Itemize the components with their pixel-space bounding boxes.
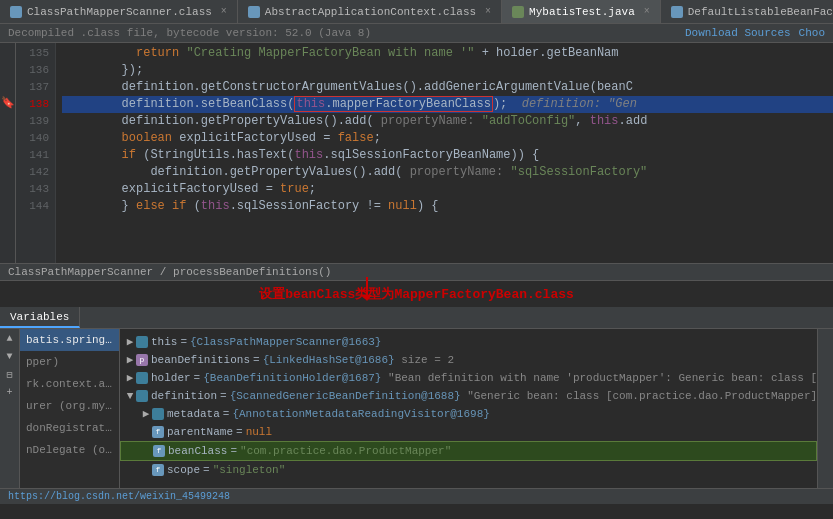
editor-area: 🔖 135 136 137 138 139 140 141 142 143 14… xyxy=(0,43,833,263)
variables-tree[interactable]: ▶ this = {ClassPathMapperScanner@1663} ▶… xyxy=(120,329,817,488)
left-controls: ▲ ▼ ⊟ + xyxy=(0,329,20,488)
code-line-140: boolean explicitFactoryUsed = false; xyxy=(62,130,833,147)
indicator-144 xyxy=(0,196,15,213)
right-toolbar xyxy=(817,329,833,488)
code-line-136: }); xyxy=(62,62,833,79)
download-sources-link[interactable]: Download Sources xyxy=(685,27,791,39)
close-icon[interactable]: × xyxy=(221,6,227,17)
sidebar-item-3[interactable]: urer (org.mybatis xyxy=(20,395,119,417)
sidebar-item-5[interactable]: nDelegate (org. xyxy=(20,439,119,461)
line-num-136: 136 xyxy=(16,62,49,79)
var-row-parentname[interactable]: f parentName = null xyxy=(120,423,817,441)
f-icon: f xyxy=(152,464,164,476)
line-num-141: 141 xyxy=(16,147,49,164)
var-row-this[interactable]: ▶ this = {ClassPathMapperScanner@1663} xyxy=(120,333,817,351)
sidebar-item-4[interactable]: donRegistrationDele xyxy=(20,417,119,439)
line-num-143: 143 xyxy=(16,181,49,198)
indicator-138: 🔖 xyxy=(0,94,15,111)
annotation-text: 设置beanClass类型为MapperFactoryBean.class xyxy=(259,287,574,302)
code-line-137: definition.getConstructorArgumentValues(… xyxy=(62,79,833,96)
expand-definition[interactable]: ▼ xyxy=(124,390,136,402)
close-icon[interactable]: × xyxy=(485,6,491,17)
bottom-panel: Variables ▲ ▼ ⊟ + batis.spring.mapp pper… xyxy=(0,307,833,488)
line-num-138: 138 xyxy=(16,96,49,113)
expand-button[interactable]: + xyxy=(3,387,17,401)
tab-mybatistest[interactable]: MybatisTest.java × xyxy=(502,0,661,23)
indicator-140 xyxy=(0,128,15,145)
expand-beandefs[interactable]: ▶ xyxy=(124,354,136,366)
tab-label: MybatisTest.java xyxy=(529,6,635,18)
spacer-beanclass xyxy=(141,445,153,457)
indicator-137 xyxy=(0,77,15,94)
code-line-144: } else if (this.sqlSessionFactory != nul… xyxy=(62,198,833,215)
var-row-scope[interactable]: f scope = "singleton" xyxy=(120,461,817,479)
class-file-icon xyxy=(671,6,683,18)
code-line-142: definition.getPropertyValues().add( prop… xyxy=(62,164,833,181)
svg-marker-1 xyxy=(362,295,372,301)
indicator-136 xyxy=(0,60,15,77)
code-line-139: definition.getPropertyValues().add( prop… xyxy=(62,113,833,130)
bookmark-icon: 🔖 xyxy=(1,96,15,109)
var-row-beanclass[interactable]: f beanClass = "com.practice.dao.ProductM… xyxy=(120,441,817,461)
tab-classpathscanner[interactable]: ClassPathMapperScanner.class × xyxy=(0,0,238,23)
expand-metadata[interactable]: ▶ xyxy=(140,408,152,420)
breadcrumb-text: ClassPathMapperScanner / processBeanDefi… xyxy=(8,266,331,278)
arrow-icon xyxy=(337,277,397,301)
annotation-area: 设置beanClass类型为MapperFactoryBean.class xyxy=(0,281,833,307)
tab-defaultlistable[interactable]: DefaultListableBeanFactory.class × xyxy=(661,0,833,23)
choose-link[interactable]: Choo xyxy=(799,27,825,39)
variables-tab-label: Variables xyxy=(10,311,69,323)
sidebar-item-0[interactable]: batis.spring.mapp xyxy=(20,329,119,351)
obj-icon xyxy=(136,372,148,384)
tab-label: AbstractApplicationContext.class xyxy=(265,6,476,18)
var-row-definition[interactable]: ▼ definition = {ScannedGenericBeanDefini… xyxy=(120,387,817,405)
sidebar-item-1[interactable]: pper) xyxy=(20,351,119,373)
tab-label: DefaultListableBeanFactory.class xyxy=(688,6,833,18)
expand-this[interactable]: ▶ xyxy=(124,336,136,348)
left-sidebar: batis.spring.mapp pper) rk.context.annot… xyxy=(20,329,120,488)
p-icon: p xyxy=(136,354,148,366)
indicator-143 xyxy=(0,179,15,196)
var-row-metadata[interactable]: ▶ metadata = {AnnotationMetadataReadingV… xyxy=(120,405,817,423)
line-num-137: 137 xyxy=(16,79,49,96)
spacer-parentname xyxy=(140,426,152,438)
code-line-138: definition.setBeanClass(this.mapperFacto… xyxy=(62,96,833,113)
close-icon[interactable]: × xyxy=(644,6,650,17)
line-numbers: 135 136 137 138 139 140 141 142 143 144 xyxy=(16,43,56,263)
url-bar: https://blog.csdn.net/weixin_45499248 xyxy=(0,488,833,504)
info-bar: Decompiled .class file, bytecode version… xyxy=(0,24,833,43)
class-file-icon xyxy=(10,6,22,18)
spacer-scope xyxy=(140,464,152,476)
line-num-135: 135 xyxy=(16,45,49,62)
tab-abstractapp[interactable]: AbstractApplicationContext.class × xyxy=(238,0,502,23)
var-row-beandefs[interactable]: ▶ p beanDefinitions = {LinkedHashSet@168… xyxy=(120,351,817,369)
filter-button[interactable]: ⊟ xyxy=(3,369,17,383)
class-file-icon xyxy=(248,6,260,18)
expand-holder[interactable]: ▶ xyxy=(124,372,136,384)
code-line-141: if (StringUtils.hasText(this.sqlSessionF… xyxy=(62,147,833,164)
code-line-143: explicitFactoryUsed = true; xyxy=(62,181,833,198)
f-icon: f xyxy=(152,426,164,438)
line-num-144: 144 xyxy=(16,198,49,215)
indicator-135 xyxy=(0,43,15,60)
line-num-139: 139 xyxy=(16,113,49,130)
panel-tabs: Variables xyxy=(0,307,833,329)
var-row-holder[interactable]: ▶ holder = {BeanDefinitionHolder@1687} "… xyxy=(120,369,817,387)
f-icon: f xyxy=(153,445,165,457)
info-links: Download Sources Choo xyxy=(685,27,825,39)
url-text: https://blog.csdn.net/weixin_45499248 xyxy=(8,491,230,502)
tab-label: ClassPathMapperScanner.class xyxy=(27,6,212,18)
down-button[interactable]: ▼ xyxy=(3,351,17,365)
java-file-icon xyxy=(512,6,524,18)
code-line-135: return "Creating MapperFactoryBean with … xyxy=(62,45,833,62)
indicator-142 xyxy=(0,162,15,179)
line-num-140: 140 xyxy=(16,130,49,147)
indicator-141 xyxy=(0,145,15,162)
up-button[interactable]: ▲ xyxy=(3,333,17,347)
code-editor[interactable]: return "Creating MapperFactoryBean with … xyxy=(56,43,833,263)
tab-bar: ClassPathMapperScanner.class × AbstractA… xyxy=(0,0,833,24)
sidebar-item-2[interactable]: rk.context.annota xyxy=(20,373,119,395)
variables-tab[interactable]: Variables xyxy=(0,307,80,328)
obj-icon xyxy=(136,336,148,348)
breadcrumb: ClassPathMapperScanner / processBeanDefi… xyxy=(0,263,833,281)
